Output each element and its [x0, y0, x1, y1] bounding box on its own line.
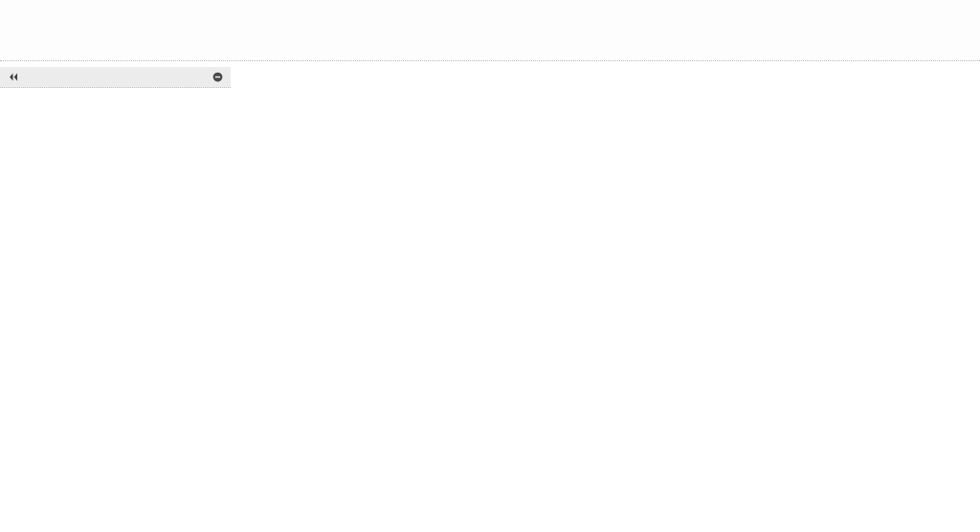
ribbon-toolbar	[0, 0, 980, 61]
tab-bar	[0, 0, 980, 14]
minimize-panel-icon[interactable]	[212, 71, 224, 83]
browser-panel-header	[0, 67, 231, 88]
browser-tree	[0, 88, 231, 91]
collapse-panel-icon[interactable]	[7, 71, 19, 83]
fusion-drawing-workspace	[0, 0, 980, 532]
ribbon-groups	[0, 14, 980, 15]
browser-panel	[0, 67, 231, 91]
